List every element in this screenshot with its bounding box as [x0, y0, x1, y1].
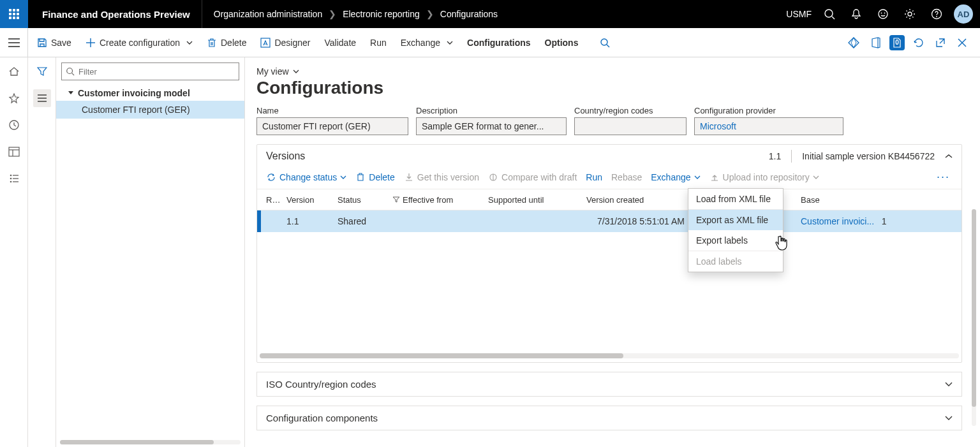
configurations-tab[interactable]: Configurations	[462, 34, 536, 52]
col-created[interactable]: Version created	[581, 195, 690, 205]
popout-button[interactable]	[933, 35, 948, 50]
scrollbar-thumb[interactable]	[260, 353, 623, 358]
delete-button[interactable]: Delete	[202, 34, 251, 52]
save-button[interactable]: Save	[32, 34, 77, 52]
versions-header[interactable]: Versions 1.1 Initial sample version KB44…	[257, 145, 961, 168]
breadcrumb: Organization administration ❯ Electronic…	[202, 9, 498, 19]
rail-modules[interactable]	[6, 171, 22, 186]
close-button[interactable]	[954, 35, 970, 50]
svg-rect-2	[17, 9, 19, 11]
scrollbar-thumb[interactable]	[972, 209, 976, 407]
designer-button[interactable]: Designer	[255, 34, 315, 52]
desc-label: Description	[416, 106, 567, 115]
iso-panel[interactable]: ISO Country/region codes	[256, 372, 962, 397]
desc-field[interactable]: Sample GER format to gener...	[416, 117, 567, 135]
tree-child-node[interactable]: Customer FTI report (GER)	[56, 101, 244, 119]
provider-field[interactable]: Microsoft	[694, 117, 843, 135]
dd-export-xml[interactable]: Export as XML file	[688, 210, 783, 230]
rebase-label: Rebase	[611, 172, 642, 182]
gear-icon	[904, 8, 916, 20]
tree-h-scrollbar[interactable]	[60, 440, 241, 444]
download-icon	[404, 172, 414, 182]
col-status[interactable]: Status	[332, 195, 387, 205]
change-status-label: Change status	[279, 172, 337, 182]
settings-button[interactable]	[897, 0, 923, 28]
svg-point-35	[10, 181, 11, 183]
dd-load-xml-label: Load from XML file	[696, 194, 771, 204]
view-selector[interactable]: My view	[256, 66, 962, 77]
run-label: Run	[370, 38, 387, 48]
search-action[interactable]	[595, 34, 615, 52]
validate-button[interactable]: Validate	[320, 34, 362, 52]
separator	[791, 150, 792, 163]
grid-header: R... Version Status Effective from Suppo…	[257, 189, 961, 210]
grid-body-empty	[257, 232, 961, 353]
versions-grid: R... Version Status Effective from Suppo…	[257, 189, 961, 358]
popout-icon	[935, 38, 946, 48]
version-exchange-button[interactable]: Exchange	[651, 172, 700, 182]
body: Customer invoicing model Customer FTI re…	[0, 57, 980, 447]
notifications-button[interactable]	[843, 0, 869, 28]
name-field[interactable]: Customer FTI report (GER)	[256, 117, 408, 135]
tree-filter-input[interactable]	[61, 62, 239, 80]
avatar: AD	[954, 4, 973, 24]
codes-field[interactable]	[574, 117, 687, 135]
cell-base-link[interactable]: Customer invoici...	[801, 216, 874, 226]
scrollbar-thumb[interactable]	[60, 440, 214, 444]
dd-export-labels[interactable]: Export labels	[688, 230, 783, 251]
breadcrumb-item[interactable]: Electronic reporting	[343, 9, 420, 19]
components-panel[interactable]: Configuration components	[256, 406, 962, 430]
col-version[interactable]: Version	[281, 195, 332, 205]
designer-label: Designer	[274, 38, 310, 48]
refresh-icon	[913, 37, 924, 48]
attachments-button[interactable]: 0	[889, 35, 905, 50]
version-run-button[interactable]: Run	[586, 172, 602, 182]
rail-favorites[interactable]	[6, 91, 22, 106]
create-config-button[interactable]: Create configuration	[80, 34, 198, 52]
help-button[interactable]	[924, 0, 949, 28]
options-label: Options	[545, 38, 579, 48]
refresh-button[interactable]	[911, 35, 926, 50]
waffle-icon	[9, 9, 19, 19]
grid-row[interactable]: 1.1 Shared 7/31/2018 5:51:01 AM Customer…	[257, 210, 961, 232]
rail-workspaces[interactable]	[6, 144, 22, 159]
breadcrumb-item[interactable]: Configurations	[440, 9, 498, 19]
app-launcher[interactable]	[0, 0, 28, 28]
feedback-button[interactable]	[870, 0, 896, 28]
dd-load-labels: Load labels	[688, 251, 783, 272]
grid-h-scrollbar[interactable]	[260, 353, 959, 358]
run-button[interactable]: Run	[365, 34, 392, 52]
rail-recent[interactable]	[6, 117, 22, 133]
office-button[interactable]	[868, 35, 883, 50]
search-button[interactable]	[817, 0, 842, 28]
col-supported[interactable]: Supported until	[483, 195, 581, 205]
search-icon	[824, 8, 835, 20]
col-base[interactable]: Base	[796, 195, 961, 205]
col-r[interactable]: R...	[261, 195, 281, 205]
list-toggle[interactable]	[33, 89, 51, 107]
options-tab[interactable]: Options	[540, 34, 584, 52]
breadcrumb-item[interactable]: Organization administration	[214, 9, 322, 19]
rail-home[interactable]	[6, 64, 22, 79]
company-code[interactable]: USMF	[782, 9, 815, 19]
change-status-button[interactable]: Change status	[266, 172, 346, 182]
compare-label: Compare with draft	[501, 172, 577, 182]
filter-toggle[interactable]	[33, 62, 51, 80]
version-delete-label: Delete	[369, 172, 394, 182]
exchange-button[interactable]: Exchange	[396, 34, 458, 52]
main-v-scrollbar[interactable]	[972, 209, 976, 426]
dd-load-xml[interactable]: Load from XML file	[688, 189, 783, 209]
topbar-right: USMF AD	[782, 0, 980, 28]
diamond-button[interactable]	[846, 35, 861, 50]
tree-root-node[interactable]: Customer invoicing model	[56, 85, 244, 101]
version-delete-button[interactable]: Delete	[355, 172, 394, 182]
tree-panel: Customer invoicing model Customer FTI re…	[28, 57, 245, 447]
user-avatar[interactable]: AD	[951, 0, 976, 28]
get-version-button: Get this version	[404, 172, 479, 182]
more-actions-button[interactable]: ···	[934, 170, 953, 184]
svg-rect-0	[9, 9, 11, 11]
col-effective[interactable]: Effective from	[387, 195, 483, 205]
version-exchange-label: Exchange	[651, 172, 690, 182]
clock-icon	[8, 119, 20, 131]
nav-toggle[interactable]	[0, 28, 28, 57]
